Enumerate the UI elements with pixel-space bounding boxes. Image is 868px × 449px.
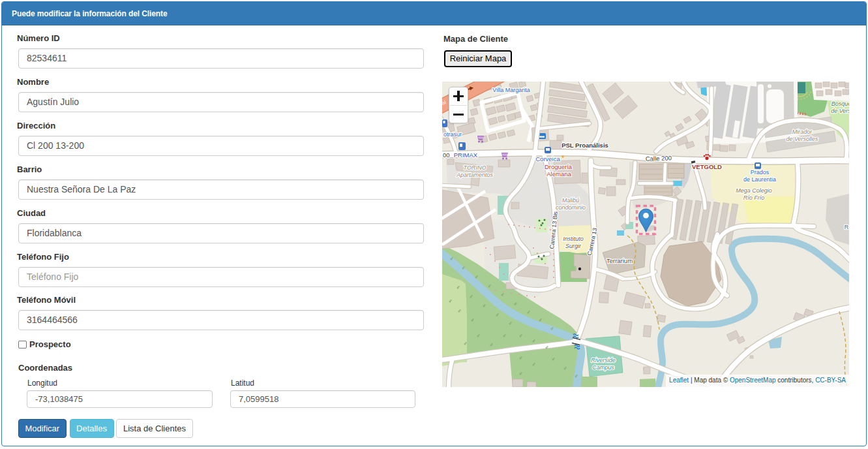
svg-text:de Laurentia: de Laurentia <box>743 176 776 183</box>
svg-text:VETGOLD: VETGOLD <box>692 163 722 170</box>
svg-text:Prados: Prados <box>751 169 770 176</box>
svg-text:Riverside: Riverside <box>591 357 616 364</box>
svg-text:PSL Proanálisis: PSL Proanálisis <box>561 142 608 149</box>
svg-text:de Versolles: de Versolles <box>786 136 818 142</box>
svg-text:condominio: condominio <box>556 204 586 211</box>
svg-text:Malibú: Malibú <box>562 197 580 204</box>
svg-text:Mega Colegio: Mega Colegio <box>736 187 772 194</box>
svg-text:TORINO: TORINO <box>464 164 486 171</box>
svg-text:Calle 200: Calle 200 <box>646 154 672 162</box>
svg-text:Corveica: Corveica <box>535 155 560 163</box>
svg-text:Bosque: Bosque <box>831 101 849 107</box>
svg-text:Río Frío: Río Frío <box>743 194 765 201</box>
svg-text:Instituto: Instituto <box>563 236 584 242</box>
svg-text:Apartamentos: Apartamentos <box>456 172 494 178</box>
svg-text:Campus: Campus <box>592 364 614 371</box>
svg-text:Droguería: Droguería <box>545 163 573 170</box>
svg-text:Villa Margarita: Villa Margarita <box>492 87 530 93</box>
svg-text:de Versa: de Versa <box>831 108 849 114</box>
svg-text:PRIMAX: PRIMAX <box>454 151 478 159</box>
svg-text:otrasur: otrasur <box>443 131 462 138</box>
svg-text:Mirador: Mirador <box>792 129 813 135</box>
svg-text:R: R <box>845 224 849 230</box>
svg-text:Terrarium: Terrarium <box>606 257 633 264</box>
svg-text:Alemana: Alemana <box>546 170 571 178</box>
svg-text:Surgir: Surgir <box>565 243 582 249</box>
svg-text:00: 00 <box>443 151 450 159</box>
